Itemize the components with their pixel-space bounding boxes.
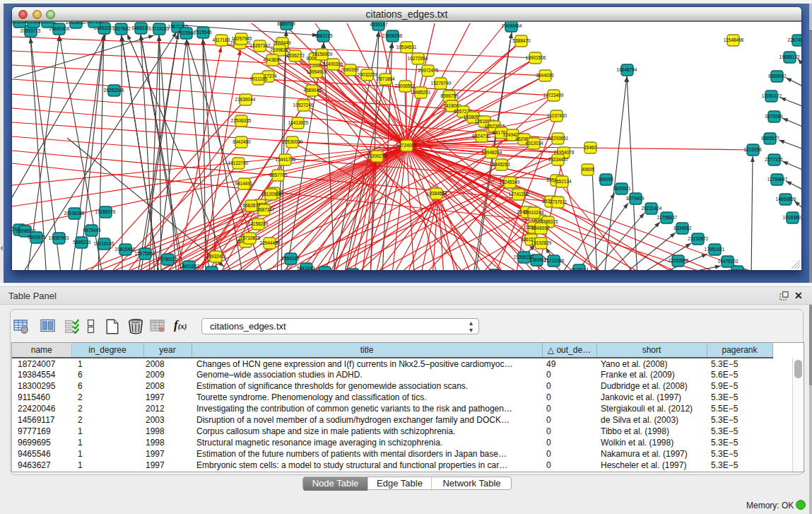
svg-text:2199828: 2199828 <box>270 47 288 52</box>
svg-text:13901506: 13901506 <box>526 55 546 60</box>
svg-text:13334457: 13334457 <box>548 157 569 162</box>
svg-text:2039221: 2039221 <box>38 22 57 24</box>
svg-text:8424730: 8424730 <box>472 134 490 139</box>
svg-text:21400396: 21400396 <box>323 62 343 66</box>
svg-text:18156909: 18156909 <box>312 52 333 57</box>
svg-text:8596759: 8596759 <box>440 93 459 98</box>
svg-text:22506335: 22506335 <box>231 118 252 123</box>
svg-text:4312034: 4312034 <box>525 141 543 146</box>
svg-text:12741238: 12741238 <box>509 192 529 197</box>
svg-text:23006503: 23006503 <box>395 83 416 88</box>
svg-text:19485201: 19485201 <box>411 90 431 95</box>
svg-text:3844095: 3844095 <box>536 73 554 78</box>
svg-text:10527246: 10527246 <box>293 103 314 107</box>
svg-text:22253595: 22253595 <box>669 258 689 263</box>
svg-text:2737611: 2737611 <box>550 199 567 204</box>
svg-text:3420921: 3420921 <box>613 186 631 191</box>
svg-text:2277105: 2277105 <box>765 157 783 162</box>
svg-text:5388470: 5388470 <box>512 38 531 43</box>
svg-text:26053346: 26053346 <box>104 88 124 93</box>
svg-text:2090399: 2090399 <box>341 67 359 72</box>
svg-text:7515546: 7515546 <box>194 30 212 35</box>
svg-text:13441736: 13441736 <box>276 157 296 162</box>
svg-text:22944459: 22944459 <box>260 240 281 245</box>
svg-text:8279409: 8279409 <box>626 196 645 201</box>
svg-text:6657765: 6657765 <box>269 173 288 177</box>
svg-text:22530030: 22530030 <box>283 139 303 144</box>
svg-text:20780115: 20780115 <box>158 257 178 262</box>
svg-text:19888132: 19888132 <box>779 54 800 59</box>
svg-text:15460: 15460 <box>584 145 596 150</box>
svg-text:10087903: 10087903 <box>49 235 69 240</box>
svg-text:16413925: 16413925 <box>288 120 309 125</box>
svg-text:16272954: 16272954 <box>408 56 428 61</box>
svg-text:10158289: 10158289 <box>248 221 269 226</box>
svg-text:15365337: 15365337 <box>514 255 534 259</box>
svg-text:21212166: 21212166 <box>544 258 565 263</box>
svg-text:22293651: 22293651 <box>548 136 569 141</box>
svg-text:5993975: 5993975 <box>28 235 46 240</box>
svg-text:16710878: 16710878 <box>240 235 261 240</box>
svg-text:8689709: 8689709 <box>277 22 295 26</box>
svg-text:13120906: 13120906 <box>261 192 282 197</box>
svg-text:9011165: 9011165 <box>250 76 268 81</box>
svg-text:14660856: 14660856 <box>776 197 796 201</box>
svg-text:21639044: 21639044 <box>235 97 256 102</box>
svg-text:22674828: 22674828 <box>788 37 801 42</box>
svg-text:7515546: 7515546 <box>177 30 196 35</box>
svg-text:15575853: 15575853 <box>135 251 155 256</box>
svg-text:15357347: 15357347 <box>250 43 271 48</box>
svg-text:10534531: 10534531 <box>396 45 417 49</box>
svg-text:18300273: 18300273 <box>367 153 387 158</box>
svg-text:13346585: 13346585 <box>202 269 223 270</box>
svg-text:15276749: 15276749 <box>431 81 452 86</box>
svg-text:1215958: 1215958 <box>743 147 762 152</box>
svg-text:6466160: 6466160 <box>131 25 150 30</box>
svg-text:8559183: 8559183 <box>281 256 300 261</box>
svg-text:6942460: 6942460 <box>233 139 251 144</box>
svg-text:14475203: 14475203 <box>718 259 739 264</box>
svg-text:4639167: 4639167 <box>370 22 388 27</box>
svg-text:10719155: 10719155 <box>149 26 170 31</box>
svg-text:19192829: 19192829 <box>531 240 552 245</box>
svg-text:5885216: 5885216 <box>73 240 91 245</box>
svg-text:8569062: 8569062 <box>768 74 787 78</box>
svg-text:4879214: 4879214 <box>570 267 589 270</box>
svg-text:10183893: 10183893 <box>783 215 801 220</box>
svg-text:12081122: 12081122 <box>762 93 782 98</box>
svg-text:20553715: 20553715 <box>20 28 41 33</box>
svg-text:13245349: 13245349 <box>500 180 520 185</box>
svg-text:10257945: 10257945 <box>232 36 252 41</box>
svg-text:164095: 164095 <box>598 177 613 182</box>
svg-text:16648794: 16648794 <box>617 67 637 72</box>
svg-text:9475445: 9475445 <box>83 228 101 233</box>
svg-text:5841643: 5841643 <box>297 266 315 270</box>
svg-text:19384554: 19384554 <box>427 191 447 196</box>
svg-text:19285076: 19285076 <box>95 209 116 214</box>
svg-text:14601657: 14601657 <box>180 264 200 269</box>
svg-text:11037430: 11037430 <box>547 113 567 118</box>
svg-text:8536273: 8536273 <box>286 53 305 58</box>
svg-text:20036388: 20036388 <box>64 211 85 216</box>
svg-text:19499464: 19499464 <box>502 23 522 28</box>
svg-text:8885577: 8885577 <box>761 136 779 141</box>
svg-text:10016145: 10016145 <box>94 241 114 246</box>
svg-text:10910248: 10910248 <box>524 210 544 215</box>
svg-text:20815450: 20815450 <box>115 247 136 252</box>
svg-text:11548498: 11548498 <box>724 37 744 42</box>
svg-text:4343890: 4343890 <box>263 57 281 62</box>
svg-text:8334562: 8334562 <box>673 226 692 230</box>
svg-text:4589045: 4589045 <box>303 88 322 93</box>
svg-text:6682877: 6682877 <box>242 203 261 208</box>
svg-text:11758837: 11758837 <box>657 215 678 220</box>
svg-text:7871884: 7871884 <box>377 76 395 81</box>
svg-text:23192872: 23192872 <box>688 236 709 241</box>
svg-text:13948244: 13948244 <box>482 150 502 155</box>
svg-text:23906266: 23906266 <box>382 33 403 38</box>
svg-text:19723409: 19723409 <box>543 93 564 98</box>
svg-text:20032259: 20032259 <box>358 72 378 77</box>
svg-text:49695: 49695 <box>582 167 594 172</box>
svg-text:18724007: 18724007 <box>396 143 417 148</box>
svg-text:20972475: 20972475 <box>418 68 439 73</box>
svg-text:19122760: 19122760 <box>228 160 249 165</box>
